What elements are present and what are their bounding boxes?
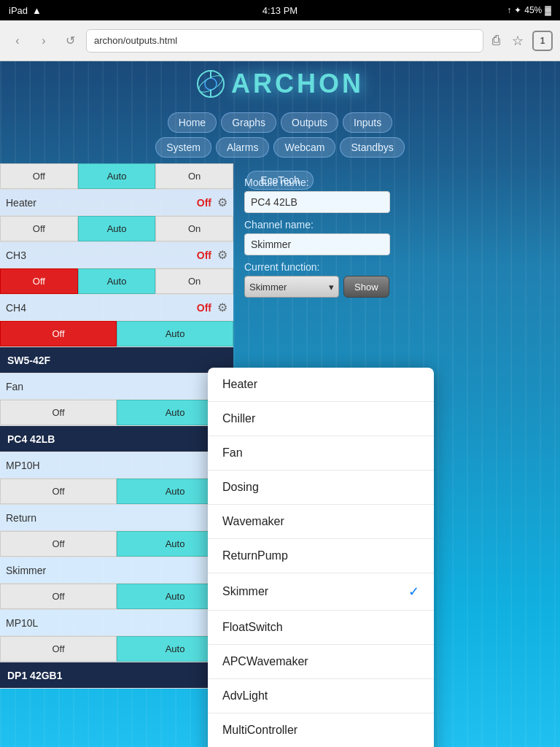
forward-button[interactable]: ›	[34, 31, 54, 51]
status-bar: iPad ▲ 4:13 PM ↑ ✦ 45% ▓	[0, 0, 560, 20]
reload-button[interactable]: ↺	[60, 31, 80, 51]
dropdown-heater-label: Heater	[222, 378, 257, 391]
off-btn-2[interactable]: Off	[0, 216, 78, 241]
url-bar[interactable]: archon/outputs.html	[86, 29, 483, 53]
on-btn-2[interactable]: On	[155, 216, 233, 241]
fan-channel-row: Fan On	[0, 374, 233, 400]
dropdown-skimmer-label: Skimmer	[222, 585, 268, 598]
carrier-label: iPad	[9, 5, 28, 16]
nav-inputs[interactable]: Inputs	[343, 112, 392, 133]
dropdown-fan-label: Fan	[222, 446, 243, 460]
dropdown-chiller[interactable]: Chiller	[208, 402, 434, 436]
on-btn-1[interactable]: On	[155, 163, 233, 189]
function-select-value: Skimmer	[249, 282, 287, 293]
page: ARCHON Home Graphs Outputs Inputs System…	[0, 61, 560, 747]
nav-webcam[interactable]: Webcam	[273, 137, 335, 158]
heater-gear-icon[interactable]: ⚙	[217, 196, 228, 209]
nav-system[interactable]: System	[155, 137, 211, 158]
dropdown-floatswitch[interactable]: FloatSwitch	[208, 611, 434, 645]
off-btn-1[interactable]: Off	[0, 163, 78, 189]
sw542f-label: SW5-42F	[7, 355, 50, 366]
skimmer-off-btn[interactable]: Off	[0, 584, 117, 609]
heater-channel-row: Heater Off ⚙	[0, 190, 233, 216]
skimmer-channel-row: Skimmer On	[0, 557, 233, 584]
ch4-gear-icon[interactable]: ⚙	[217, 301, 228, 314]
ch4-label: CH4	[6, 302, 197, 314]
nav-alarms[interactable]: Alarms	[216, 137, 270, 158]
module-name-value: PC4 42LB	[244, 191, 390, 213]
battery-icon: ▓	[545, 5, 551, 15]
sw542f-header: SW5-42F	[0, 347, 233, 374]
browser-chrome: ‹ › ↺ archon/outputs.html ⎙ ☆ 1	[0, 20, 560, 61]
signal-icon: ↑	[507, 5, 511, 15]
dropdown-returnpump[interactable]: ReturnPump	[208, 539, 434, 573]
dropdown-skimmer[interactable]: Skimmer ✓	[208, 573, 434, 611]
dropdown-multicontroller-label: MultiController	[222, 724, 298, 737]
channel-name-label: Channel name:	[244, 219, 499, 231]
fan-buttons-row: Off Auto	[0, 400, 233, 426]
dropdown-advlight[interactable]: AdvLight	[208, 679, 434, 713]
fan-label: Fan	[6, 381, 208, 392]
dropdown-returnpump-label: ReturnPump	[222, 549, 288, 562]
tab-count[interactable]: 1	[532, 31, 553, 51]
skimmer-check-icon: ✓	[408, 584, 419, 600]
mp10l-off-btn[interactable]: Off	[0, 636, 117, 662]
pc442lb-header: PC4 42LB	[0, 426, 233, 452]
dropdown-floatswitch-label: FloatSwitch	[222, 621, 283, 634]
bookmark-icon[interactable]: ☆	[509, 30, 526, 52]
on-btn-3[interactable]: On	[155, 268, 233, 294]
dropdown-apcwavemaker[interactable]: APCWavemaker	[208, 645, 434, 679]
heater-label: Heater	[6, 197, 197, 209]
wifi-icon: ▲	[32, 5, 42, 16]
mp10l-channel-row: MP10L On	[0, 610, 233, 636]
channel-buttons-row-1: Off Auto On	[0, 163, 233, 190]
nav-home[interactable]: Home	[168, 112, 217, 133]
logo-area: ARCHON	[196, 69, 364, 99]
skimmer-buttons-row: Off Auto	[0, 584, 233, 610]
dp142gb1-label: DP1 42GB1	[7, 670, 62, 681]
ch3-gear-icon[interactable]: ⚙	[217, 248, 228, 262]
mp10l-buttons-row: Off Auto	[0, 636, 233, 662]
nav-outputs[interactable]: Outputs	[281, 112, 338, 133]
mp10h-label: MP10H	[6, 460, 208, 471]
nav-graphs[interactable]: Graphs	[221, 112, 276, 133]
auto-btn-2[interactable]: Auto	[78, 216, 156, 241]
function-label: Current function:	[244, 261, 499, 273]
mp10h-off-btn[interactable]: Off	[0, 479, 117, 504]
mp10h-channel-row: MP10H On	[0, 452, 233, 479]
sidebar: Off Auto On Heater Off ⚙ Off Auto On CH3…	[0, 163, 233, 689]
dropdown-heater[interactable]: Heater	[208, 368, 434, 402]
channel-buttons-row-3: Off Auto On	[0, 268, 233, 295]
off-btn-3[interactable]: Off	[0, 268, 78, 294]
ch3-channel-row: CH3 Off ⚙	[0, 242, 233, 268]
channel-buttons-row-4: Off Auto	[0, 321, 233, 347]
back-button[interactable]: ‹	[7, 31, 28, 51]
pc442lb-label: PC4 42LB	[7, 433, 55, 445]
auto-btn-1[interactable]: Auto	[78, 163, 156, 189]
dropdown-wavemaker[interactable]: Wavemaker	[208, 505, 434, 539]
dropdown-multicontroller[interactable]: MultiController	[208, 713, 434, 747]
dropdown-overlay: Heater Chiller Fan Dosing Wavemaker Retu…	[208, 368, 434, 747]
function-row: Skimmer ▾ Show	[244, 276, 499, 298]
function-select[interactable]: Skimmer ▾	[244, 276, 339, 298]
logo-text: ARCHON	[231, 69, 364, 99]
heater-status: Off	[197, 197, 211, 209]
dropdown-fan[interactable]: Fan	[208, 436, 434, 471]
share-icon[interactable]: ⎙	[489, 30, 503, 51]
dropdown-dosing[interactable]: Dosing	[208, 471, 434, 505]
channel-buttons-row-2: Off Auto On	[0, 216, 233, 242]
off-btn-4[interactable]: Off	[0, 321, 117, 347]
fan-off-btn[interactable]: Off	[0, 400, 117, 425]
nav-standbys[interactable]: Standbys	[340, 137, 404, 158]
return-off-btn[interactable]: Off	[0, 531, 117, 557]
auto-btn-3[interactable]: Auto	[78, 268, 156, 294]
auto-btn-4[interactable]: Auto	[117, 321, 233, 347]
show-button[interactable]: Show	[343, 276, 389, 298]
battery-label: 45%	[524, 5, 542, 15]
dropdown-advlight-label: AdvLight	[222, 689, 268, 703]
dropdown-wavemaker-label: Wavemaker	[222, 515, 284, 528]
ch4-channel-row: CH4 Off ⚙	[0, 295, 233, 321]
right-panel: Module name: PC4 42LB Channel name: Skim…	[237, 163, 507, 305]
module-name-label: Module name:	[244, 177, 499, 188]
function-select-arrow: ▾	[329, 282, 334, 293]
